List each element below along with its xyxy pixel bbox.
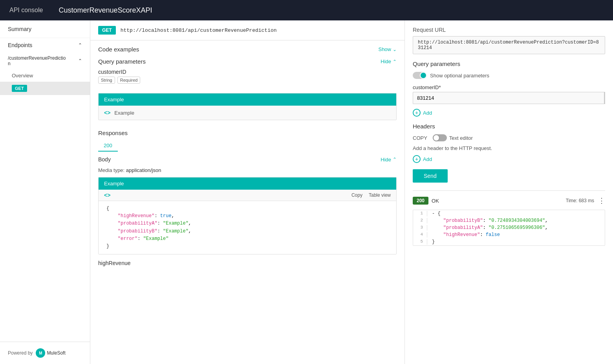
- query-example-block: Example <> Example: [98, 93, 397, 120]
- status-badge: 200: [413, 197, 428, 205]
- send-btn[interactable]: Send: [413, 169, 448, 183]
- right-panel: Request URL http://localhost:8081/api/cu…: [405, 20, 613, 364]
- responses-title: Responses: [98, 130, 397, 136]
- customer-id-input[interactable]: [413, 92, 604, 104]
- main-layout: Summary Endpoints ⌃ /customerRevenuePred…: [0, 20, 613, 364]
- sidebar-footer: Powered by M MuleSoft: [0, 342, 90, 364]
- response-line-1: 1 - {: [413, 210, 605, 217]
- add-header-circle-icon: +: [413, 155, 421, 163]
- add-header-btn[interactable]: + Add: [413, 155, 605, 163]
- add-circle-icon: +: [413, 109, 421, 117]
- response-status-row: 200 OK Time: 683 ms ⋮: [413, 196, 605, 205]
- chevron-down-icon: ⌄: [393, 47, 397, 52]
- table-view-btn[interactable]: Table view: [369, 192, 391, 198]
- text-editor-label: Text editor: [449, 135, 473, 141]
- sidebar-item-overview[interactable]: Overview: [0, 70, 90, 82]
- high-revenue-section: highRevenue: [90, 254, 404, 272]
- copy-text-row: COPY Text editor: [413, 134, 605, 141]
- request-url-value: http://localhost:8081/api/customerRevenu…: [413, 36, 605, 54]
- query-params-row: Query parameters Hide ⌃: [90, 57, 404, 69]
- code-examples-title: Code examples: [98, 46, 139, 53]
- add-param-btn[interactable]: + Add: [413, 109, 605, 117]
- query-example-header: Example: [99, 93, 396, 106]
- sidebar-item-endpoints[interactable]: Endpoints ⌃: [0, 38, 90, 52]
- responses-section: Responses 200: [90, 124, 404, 152]
- app-title: API console: [9, 7, 43, 14]
- query-example-name: Example: [114, 110, 134, 116]
- media-type-value: application/json: [126, 167, 161, 173]
- panel-query-params: Query parameters Show optional parameter…: [413, 60, 605, 117]
- response-line-2: 2 "probabilityB": "0.7248934304003694",: [413, 217, 605, 224]
- center-content: GET http://localhost:8081/api/customerRe…: [90, 20, 405, 364]
- optional-toggle[interactable]: [413, 72, 427, 79]
- customer-id-label: customerID*: [413, 84, 605, 90]
- sidebar-get-badge[interactable]: GET: [12, 85, 27, 92]
- chevron-up-body: ⌃: [393, 157, 397, 162]
- query-example-body: <> Example: [99, 106, 396, 120]
- optional-params-row: Show optional parameters: [413, 72, 605, 79]
- chevron-up-icon: ⌃: [78, 42, 82, 48]
- code-block-actions: Copy Table view: [351, 192, 391, 198]
- customer-id-input-wrapper: [413, 92, 605, 104]
- top-header: API console CustomerRevenueScoreXAPI: [0, 0, 613, 20]
- code-brackets-icon2: <>: [104, 192, 110, 198]
- time-label: Time: 683 ms: [566, 198, 594, 203]
- customer-id-row: customerID*: [413, 84, 605, 104]
- code-block-toolbar: <> Copy Table view: [99, 190, 396, 201]
- param-name: customerID: [98, 69, 397, 75]
- text-editor-toggle: Text editor: [433, 134, 473, 141]
- body-header-row: Body Hide ⌃: [98, 152, 397, 165]
- response-tab-200[interactable]: 200: [98, 140, 118, 152]
- headers-title: Headers: [413, 123, 605, 130]
- te-switch[interactable]: [433, 134, 447, 141]
- body-section: Body Hide ⌃ Media type: application/json…: [90, 152, 404, 254]
- media-type-label: Media type:: [98, 167, 124, 173]
- response-result: 200 OK Time: 683 ms ⋮ 1 - { 2 "probabili…: [413, 190, 605, 246]
- copy-btn[interactable]: Copy: [351, 192, 362, 198]
- sidebar-get-row[interactable]: GET: [0, 82, 90, 95]
- panel-query-params-title: Query parameters: [413, 60, 605, 67]
- get-bar: GET http://localhost:8081/api/customerRe…: [90, 20, 404, 40]
- param-badges: String Required: [98, 77, 397, 84]
- code-block-header: Example: [99, 177, 396, 190]
- body-title: Body: [98, 156, 111, 163]
- toggle-knob: [420, 72, 427, 79]
- code-examples-row: Code examples Show ⌄: [90, 40, 404, 57]
- response-line-5: 5 }: [413, 238, 605, 245]
- get-url: http://localhost:8081/api/customerRevenu…: [121, 27, 277, 33]
- response-line-4: 4 "highRevenue": false: [413, 231, 605, 238]
- media-type-row: Media type: application/json: [98, 165, 397, 177]
- request-url-label: Request URL: [413, 27, 605, 33]
- code-brackets-icon: <>: [104, 110, 110, 116]
- chevron-up-icon-route: ⌃: [78, 58, 82, 64]
- status-ok: OK: [432, 198, 439, 204]
- add-header-note: Add a header to the HTTP request.: [413, 145, 605, 151]
- more-options-btn[interactable]: ⋮: [598, 196, 605, 205]
- sidebar-item-summary[interactable]: Summary: [0, 20, 90, 38]
- query-params-area: customerID String Required: [90, 69, 404, 89]
- code-block: Example <> Copy Table view { "highRevenu…: [98, 177, 397, 254]
- get-badge: GET: [98, 26, 116, 35]
- api-title: CustomerRevenueScoreXAPI: [59, 6, 152, 15]
- response-line-3: 3 "probabilityA": "0.2751065695996306",: [413, 224, 605, 231]
- mulesoft-icon: M: [36, 348, 45, 358]
- query-params-title: Query parameters: [98, 58, 146, 65]
- param-required-badge: Required: [117, 77, 141, 84]
- te-knob: [433, 134, 440, 141]
- mulesoft-logo: M MuleSoft: [36, 348, 67, 358]
- chevron-up-icon-hide: ⌃: [393, 59, 397, 64]
- response-code: 1 - { 2 "probabilityB": "0.7248934304003…: [413, 210, 605, 246]
- show-btn[interactable]: Show ⌄: [378, 46, 397, 52]
- copy-label[interactable]: COPY: [413, 135, 427, 141]
- input-border: [604, 92, 605, 104]
- headers-panel: Headers COPY Text editor Add a header to…: [413, 123, 605, 163]
- sidebar: Summary Endpoints ⌃ /customerRevenuePred…: [0, 20, 90, 364]
- optional-label: Show optional parameters: [430, 73, 489, 79]
- body-hide-btn[interactable]: Hide ⌃: [381, 157, 397, 163]
- hide-btn[interactable]: Hide ⌃: [381, 59, 397, 64]
- param-type-badge: String: [98, 77, 115, 84]
- sidebar-item-route[interactable]: /customerRevenuePrediction ⌃: [0, 52, 90, 70]
- code-content: { "highRevenue": true, "probabilityA": "…: [99, 201, 396, 254]
